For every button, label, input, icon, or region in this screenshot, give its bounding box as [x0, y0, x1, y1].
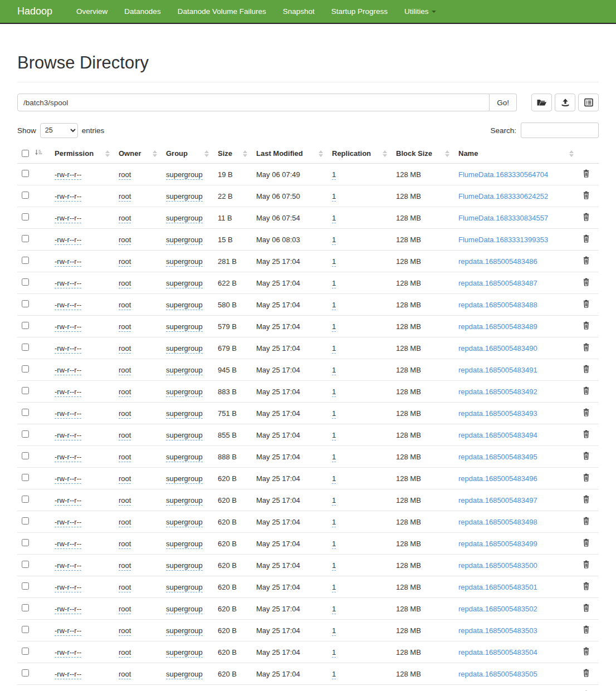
entries-per-page-select[interactable]: 25 [40, 123, 78, 138]
column-header-block-size[interactable]: Block Size [392, 144, 454, 164]
delete-file-button[interactable] [583, 234, 590, 244]
delete-file-button[interactable] [583, 365, 590, 375]
replication-value[interactable]: 1 [332, 257, 336, 267]
replication-value[interactable]: 1 [332, 518, 336, 527]
owner-value[interactable]: root [119, 170, 131, 180]
delete-file-button[interactable] [583, 278, 590, 288]
permission-value[interactable]: -rw-r--r-- [55, 431, 81, 440]
replication-value[interactable]: 1 [332, 344, 336, 354]
owner-value[interactable]: root [119, 192, 131, 202]
owner-value[interactable]: root [119, 518, 131, 527]
owner-value[interactable]: root [119, 322, 131, 332]
nav-item-startup-progress[interactable]: Startup Progress [323, 0, 396, 23]
select-all-header[interactable] [17, 144, 50, 164]
row-checkbox[interactable] [22, 344, 29, 351]
replication-value[interactable]: 1 [332, 366, 336, 375]
replication-value[interactable]: 1 [332, 431, 336, 440]
group-value[interactable]: supergroup [166, 409, 203, 419]
permission-value[interactable]: -rw-r--r-- [55, 540, 81, 549]
group-value[interactable]: supergroup [166, 301, 203, 310]
permission-value[interactable]: -rw-r--r-- [55, 236, 81, 245]
owner-value[interactable]: root [119, 496, 131, 506]
column-header-name[interactable]: Name [454, 144, 578, 164]
file-name-link[interactable]: FlumeData.1683330564704 [458, 170, 548, 179]
column-header-last-modified[interactable]: Last Modified [252, 144, 327, 164]
owner-value[interactable]: root [119, 453, 131, 462]
delete-file-button[interactable] [583, 647, 590, 657]
delete-file-button[interactable] [583, 517, 590, 527]
nav-item-snapshot[interactable]: Snapshot [275, 0, 323, 23]
row-checkbox[interactable] [22, 539, 29, 546]
replication-value[interactable]: 1 [332, 279, 336, 288]
delete-file-button[interactable] [583, 582, 590, 592]
row-checkbox[interactable] [22, 626, 29, 633]
permission-value[interactable]: -rw-r--r-- [55, 214, 81, 223]
group-value[interactable]: supergroup [166, 605, 203, 614]
row-checkbox[interactable] [22, 648, 29, 655]
permission-value[interactable]: -rw-r--r-- [55, 670, 81, 679]
replication-value[interactable]: 1 [332, 583, 336, 592]
permission-value[interactable]: -rw-r--r-- [55, 170, 81, 180]
replication-value[interactable]: 1 [332, 301, 336, 310]
row-checkbox[interactable] [22, 213, 29, 220]
file-name-link[interactable]: repdata.1685005483495 [458, 453, 537, 461]
file-name-link[interactable]: repdata.1685005483504 [458, 648, 537, 656]
permission-value[interactable]: -rw-r--r-- [55, 344, 81, 354]
delete-file-button[interactable] [583, 604, 590, 614]
go-button[interactable]: Go! [490, 94, 517, 111]
file-name-link[interactable]: repdata.1685005483488 [458, 301, 537, 309]
group-value[interactable]: supergroup [166, 366, 203, 375]
permission-value[interactable]: -rw-r--r-- [55, 388, 81, 397]
row-checkbox[interactable] [22, 517, 29, 525]
row-checkbox[interactable] [22, 387, 29, 394]
permission-value[interactable]: -rw-r--r-- [55, 366, 81, 375]
file-name-link[interactable]: repdata.1685005483494 [458, 431, 537, 439]
permission-value[interactable]: -rw-r--r-- [55, 626, 81, 636]
delete-file-button[interactable] [583, 452, 590, 462]
owner-value[interactable]: root [119, 257, 131, 267]
file-name-link[interactable]: FlumeData.1683330834557 [458, 214, 548, 222]
permission-value[interactable]: -rw-r--r-- [55, 257, 81, 267]
owner-value[interactable]: root [119, 214, 131, 223]
group-value[interactable]: supergroup [166, 236, 203, 245]
column-header-size[interactable]: Size [213, 144, 252, 164]
group-value[interactable]: supergroup [166, 496, 203, 506]
row-checkbox[interactable] [22, 496, 29, 503]
file-name-link[interactable]: repdata.1685005483486 [458, 257, 537, 266]
delete-file-button[interactable] [583, 213, 590, 223]
owner-value[interactable]: root [119, 670, 131, 679]
select-all-checkbox[interactable] [22, 150, 29, 157]
delete-file-button[interactable] [583, 625, 590, 635]
row-checkbox[interactable] [22, 235, 29, 242]
column-header-permission[interactable]: Permission [50, 144, 114, 164]
owner-value[interactable]: root [119, 301, 131, 310]
replication-value[interactable]: 1 [332, 474, 336, 484]
delete-file-button[interactable] [583, 473, 590, 483]
replication-value[interactable]: 1 [332, 192, 336, 202]
owner-value[interactable]: root [119, 474, 131, 484]
replication-value[interactable]: 1 [332, 453, 336, 462]
replication-value[interactable]: 1 [332, 670, 336, 679]
replication-value[interactable]: 1 [332, 409, 336, 419]
file-name-link[interactable]: repdata.1685005483498 [458, 518, 537, 526]
group-value[interactable]: supergroup [166, 583, 203, 592]
group-value[interactable]: supergroup [166, 540, 203, 549]
group-value[interactable]: supergroup [166, 388, 203, 397]
permission-value[interactable]: -rw-r--r-- [55, 496, 81, 506]
row-checkbox[interactable] [22, 474, 29, 481]
group-value[interactable]: supergroup [166, 192, 203, 202]
group-value[interactable]: supergroup [166, 214, 203, 223]
replication-value[interactable]: 1 [332, 214, 336, 223]
file-name-link[interactable]: repdata.1685005483489 [458, 322, 537, 331]
group-value[interactable]: supergroup [166, 257, 203, 267]
group-value[interactable]: supergroup [166, 322, 203, 332]
row-checkbox[interactable] [22, 192, 29, 199]
file-name-link[interactable]: repdata.1685005483497 [458, 496, 537, 504]
permission-value[interactable]: -rw-r--r-- [55, 279, 81, 288]
owner-value[interactable]: root [119, 344, 131, 354]
replication-value[interactable]: 1 [332, 540, 336, 549]
group-value[interactable]: supergroup [166, 670, 203, 679]
replication-value[interactable]: 1 [332, 496, 336, 506]
delete-file-button[interactable] [583, 430, 590, 440]
owner-value[interactable]: root [119, 279, 131, 288]
